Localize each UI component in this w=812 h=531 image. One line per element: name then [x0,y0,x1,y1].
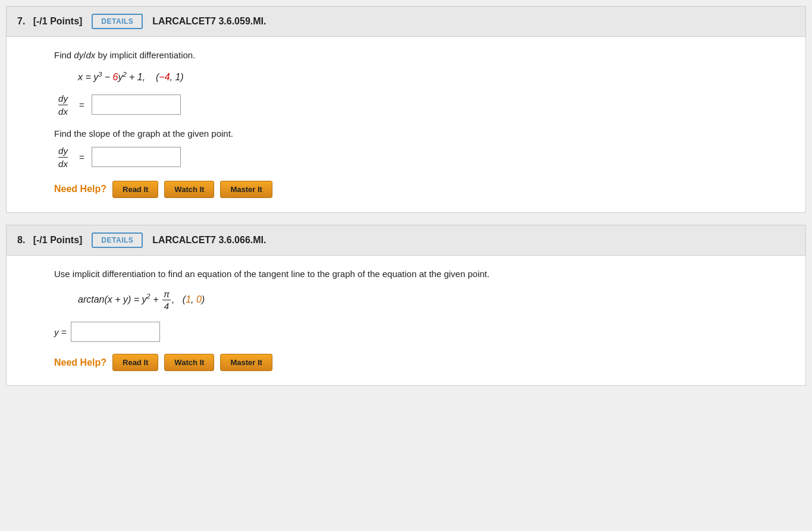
problem-8-block: 8. [-/1 Points] DETAILS LARCALCET7 3.6.0… [6,225,806,387]
answer-input-2[interactable] [92,147,181,167]
problem-8-instruction: Use implicit differentiation to find an … [54,268,770,281]
need-help-row-7: Need Help? Read It Watch It Master It [54,181,770,198]
problem-id-7: LARCALCET7 3.6.059.MI. [152,16,266,27]
need-help-row-8: Need Help? Read It Watch It Master It [54,354,770,371]
problem-7-body: Find dy/dx by implicit differentiation. … [7,37,805,212]
pi-fraction: π 4 [162,289,171,311]
problem-7-instruction: Find dy/dx by implicit differentiation. [54,49,770,62]
problem-8-number: 8. [-/1 Points] [17,235,82,246]
need-help-label-7: Need Help? [54,184,106,194]
problem-7-input2-row: dy dx = [54,146,770,169]
pi-den: 4 [163,300,170,311]
y-label: y = [54,327,66,337]
problem-7-input1-row: dy dx = [54,93,770,117]
dy-dx-label-1: dy dx [54,93,72,117]
dx-label: dx [58,106,68,117]
answer-input-1[interactable] [92,95,181,115]
watch-it-button-8[interactable]: Watch It [164,354,214,371]
details-button-7[interactable]: DETAILS [92,14,143,29]
dy-dx-label-2: dy dx [54,146,72,169]
slope-section: Find the slope of the graph at the given… [54,128,770,169]
problem-8-equation: arctan(x + y) = y2 + π 4 , (1, 0) [54,289,770,311]
answer-input-8[interactable] [71,322,160,342]
problem-8-body: Use implicit differentiation to find an … [7,256,805,386]
pi-num: π [162,289,171,300]
problem-8-points-label: [-/1 Points] [33,235,83,245]
problem-number-label: 7. [17,16,25,26]
master-it-button-8[interactable]: Master It [220,354,272,371]
watch-it-button-7[interactable]: Watch It [164,181,214,198]
problem-id-8: LARCALCET7 3.6.066.MI. [152,235,266,246]
need-help-label-8: Need Help? [54,357,106,368]
equals-1: = [79,100,84,110]
equals-2: = [79,152,84,162]
read-it-button-8[interactable]: Read It [112,354,158,371]
slope-instruction: Find the slope of the graph at the given… [54,128,770,139]
details-button-8[interactable]: DETAILS [92,232,143,248]
dy-label: dy [58,93,68,105]
read-it-button-7[interactable]: Read It [112,181,158,198]
problem-8-input-row: y = [54,322,770,342]
problem-7-block: 7. [-/1 Points] DETAILS LARCALCET7 3.6.0… [6,6,806,213]
master-it-button-7[interactable]: Master It [220,181,272,198]
problem-points-label: [-/1 Points] [33,16,83,26]
problem-8-header: 8. [-/1 Points] DETAILS LARCALCET7 3.6.0… [7,225,805,256]
problem-7-number: 7. [-/1 Points] [17,16,82,27]
problem-7-equation: x = y3 − 6y2 + 1, (−4, 1) [54,71,770,83]
dy-label-2: dy [58,146,68,158]
problem-8-number-label: 8. [17,235,25,245]
problem-7-header: 7. [-/1 Points] DETAILS LARCALCET7 3.6.0… [7,7,805,37]
dx-label-2: dx [58,159,68,169]
